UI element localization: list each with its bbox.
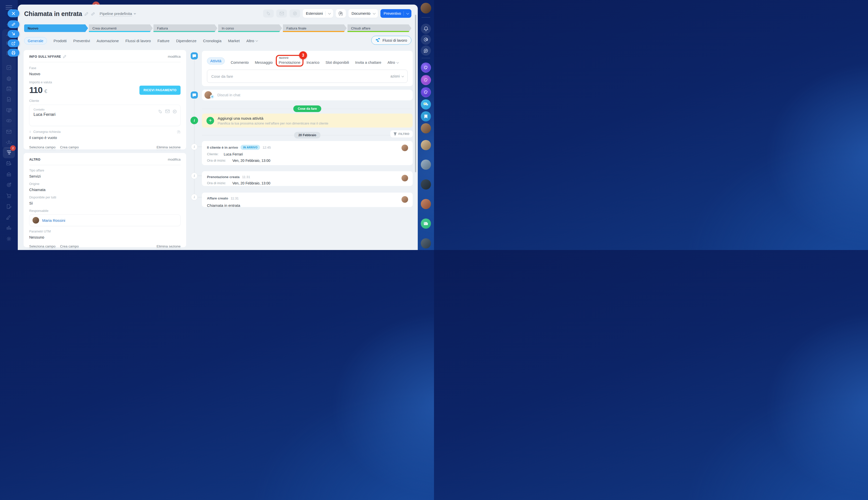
drive-icon[interactable] (0, 118, 18, 123)
stats-filter-icon[interactable] (0, 150, 18, 155)
link-icon[interactable] (91, 12, 95, 16)
tab-altro[interactable]: Altro (246, 38, 257, 43)
contact-card[interactable]: Contatto Luca Ferrari (29, 105, 181, 126)
filter-button[interactable]: FILTRO (390, 130, 413, 137)
notifications-bell-icon[interactable] (421, 24, 431, 34)
copy-link-button[interactable] (8, 20, 19, 28)
extensions-button[interactable]: Estensioni (303, 9, 333, 18)
chat-input[interactable] (217, 93, 410, 97)
forward-button[interactable] (8, 30, 19, 38)
feed-tab-altro[interactable]: Altro (387, 60, 398, 65)
modify-link[interactable]: modifica (168, 158, 181, 161)
signature-pen-icon[interactable] (0, 215, 18, 219)
settings-gear-button[interactable] (336, 9, 346, 18)
feed-tab-invita-a-chattare[interactable]: Invita a chattare (355, 60, 381, 65)
chat-contact-icon[interactable] (173, 110, 177, 114)
app-icon-purple[interactable] (421, 75, 431, 85)
add-participant-icon[interactable]: + (210, 94, 214, 99)
avatar[interactable] (421, 179, 431, 190)
open-external-button[interactable] (8, 39, 19, 47)
tab-preventivi[interactable]: Preventivi (73, 38, 90, 43)
analytics-bars-icon[interactable] (0, 225, 18, 230)
ai-swirl-icon[interactable] (421, 35, 431, 45)
edit-pencil-icon[interactable] (63, 55, 66, 58)
mail-icon[interactable] (0, 129, 18, 134)
avatar[interactable] (421, 199, 431, 209)
feed-tab-attivita[interactable]: Attività (207, 57, 225, 65)
close-panel-button[interactable] (8, 9, 19, 17)
modify-link[interactable]: modifica (168, 55, 181, 58)
print-button[interactable] (8, 49, 19, 57)
feed-tab-commento[interactable]: Commento (231, 60, 249, 65)
stage-nuovo[interactable]: Nuovo (24, 24, 88, 32)
target-icon[interactable] (0, 182, 18, 188)
stage-in-corso[interactable]: In corso (218, 24, 282, 32)
add-activity-banner[interactable]: + Aggiungi una nuova attività Pianifica … (202, 114, 413, 127)
app-icon-purple[interactable] (421, 87, 431, 97)
tab-cronologia[interactable]: Cronologia (203, 38, 221, 43)
event-card[interactable]: Affare creato 11:31 Chiamata in entrata (202, 193, 413, 207)
tab-generale[interactable]: Generale (24, 37, 47, 44)
responsible-name-link[interactable]: Maria Rossini (42, 218, 65, 223)
field-settings-gear-icon[interactable] (177, 130, 181, 134)
actions-dropdown[interactable]: azioni (390, 74, 403, 78)
feed-tab-slot-disponibili[interactable]: Slot disponibili (326, 60, 349, 65)
avatar[interactable] (421, 140, 431, 150)
event-card[interactable]: Prenotazione creata 11:31 Ora di inizio:… (202, 171, 413, 186)
avatar[interactable] (421, 123, 431, 133)
bookmark-icon[interactable] (421, 111, 431, 122)
todo-pill[interactable]: Cose da fare (293, 105, 321, 112)
select-field-link[interactable]: Seleziona campo (29, 245, 56, 249)
presentation-icon[interactable] (0, 108, 18, 113)
feed-tab-incarico[interactable]: Incarico (306, 60, 320, 65)
stage-crea-documenti[interactable]: Crea documenti (89, 24, 153, 32)
app-icon-purple[interactable] (421, 62, 431, 73)
notes-edit-icon[interactable] (0, 204, 18, 209)
products-hexagon-icon[interactable] (0, 76, 18, 81)
team-chat-icon[interactable] (421, 99, 431, 110)
archive-icon[interactable] (0, 172, 18, 177)
cart-icon[interactable] (0, 193, 18, 198)
delete-section-link[interactable]: Elimina sezione (157, 145, 181, 150)
tasks-check-icon[interactable] (0, 65, 18, 70)
drag-handle-icon[interactable]: ⠿ (29, 130, 31, 133)
chat-transfer-icon[interactable] (421, 45, 431, 56)
contacts-icon[interactable] (0, 140, 18, 145)
delete-section-link[interactable]: Elimina sezione (157, 245, 181, 249)
tab-flussi-di-lavoro[interactable]: Flussi di lavoro (126, 38, 151, 43)
workflows-button[interactable]: Flussi di lavoro (371, 36, 412, 45)
select-field-link[interactable]: Seleziona campo (29, 145, 56, 150)
stage-fattura-finale[interactable]: Fattura finale (283, 24, 347, 32)
hamburger-menu-icon[interactable] (5, 5, 12, 10)
tab-market[interactable]: Market (228, 38, 240, 43)
calendar-icon[interactable] (0, 87, 18, 91)
todo-input[interactable] (211, 74, 390, 79)
todo-input-box[interactable]: azioni (207, 70, 408, 83)
news-icon[interactable] (421, 218, 431, 229)
quote-button[interactable]: Preventivo (380, 9, 412, 18)
profile-avatar[interactable] (420, 3, 431, 13)
settings-gear-icon[interactable] (0, 236, 18, 241)
tab-fatture[interactable]: Fatture (158, 38, 170, 43)
tab-dipendenze[interactable]: Dipendenze (176, 38, 196, 43)
plus-icon[interactable]: + (207, 117, 214, 125)
tab-prodotti[interactable]: Prodotti (54, 38, 67, 43)
document-button[interactable]: Documento (348, 9, 378, 18)
responsible-card[interactable]: Maria Rossini (29, 214, 181, 226)
custom-field-value[interactable]: il campo è vuoto (29, 135, 181, 140)
event-card[interactable]: Il cliente è in arrivo IN ARRIVO 12:45 C… (202, 141, 413, 165)
create-field-link[interactable]: Crea campo (60, 245, 79, 249)
stage-chiudi-affare[interactable]: Chiudi affare (347, 24, 412, 32)
avatar[interactable] (421, 160, 431, 170)
email-contact-icon[interactable] (165, 110, 170, 114)
call-contact-icon[interactable] (158, 110, 162, 114)
bookings-calendar-icon[interactable] (0, 161, 18, 166)
scrollbar-thumb[interactable] (415, 15, 416, 172)
tab-automazione[interactable]: Automazione (96, 38, 119, 43)
contact-name[interactable]: Luca Ferrari (34, 112, 176, 117)
pipeline-selector[interactable]: Pipeline predefinita (100, 11, 136, 16)
feed-tab-prenotazione[interactable]: Prenotazione (279, 60, 300, 65)
stage-fattura[interactable]: Fattura (153, 24, 217, 32)
receive-payment-button[interactable]: RICEVI PAGAMENTO (139, 86, 181, 95)
documents-icon[interactable] (0, 97, 18, 102)
